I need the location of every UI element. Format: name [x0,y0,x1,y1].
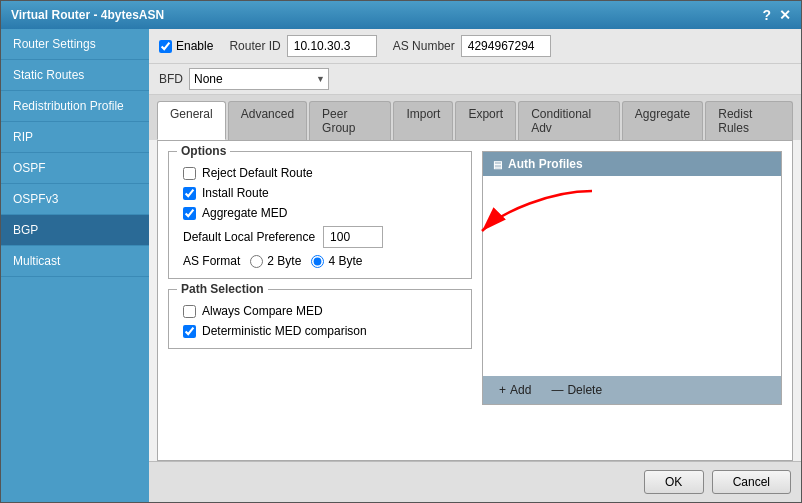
close-icon[interactable]: ✕ [779,7,791,23]
window: Virtual Router - 4bytesASN ? ✕ Router Se… [0,0,802,503]
bfd-select-wrapper: None [189,68,329,90]
aggregate-med-text: Aggregate MED [202,206,287,220]
tab-aggregate[interactable]: Aggregate [622,101,703,140]
bfd-select[interactable]: None [189,68,329,90]
deterministic-med-checkbox[interactable] [183,325,196,338]
tab-export[interactable]: Export [455,101,516,140]
router-id-group: Router ID [229,35,376,57]
router-id-input[interactable] [287,35,377,57]
help-icon[interactable]: ? [762,7,771,23]
add-label: Add [510,383,531,397]
tab-redist-rules[interactable]: Redist Rules [705,101,793,140]
install-route-text: Install Route [202,186,269,200]
as-format-4byte-label[interactable]: 4 Byte [311,254,362,268]
default-local-pref-row: Default Local Preference [179,226,461,248]
as-number-group: AS Number [393,35,551,57]
auth-profiles-title: Auth Profiles [508,157,583,171]
main-area: Router Settings Static Routes Redistribu… [1,29,801,502]
always-compare-med-text: Always Compare MED [202,304,323,318]
sidebar-item-bgp[interactable]: BGP [1,215,149,246]
install-route-row: Install Route [179,186,461,200]
delete-label: Delete [567,383,602,397]
install-route-label[interactable]: Install Route [183,186,269,200]
as-format-4byte-radio[interactable] [311,255,324,268]
sidebar-item-router-settings[interactable]: Router Settings [1,29,149,60]
auth-profiles-header: ▤ Auth Profiles [483,152,781,176]
auth-profiles-container: ▤ Auth Profiles + Add — Delete [482,151,782,450]
sidebar-item-static-routes[interactable]: Static Routes [1,60,149,91]
ok-button[interactable]: OK [644,470,704,494]
default-local-pref-input[interactable] [323,226,383,248]
auth-profiles-icon: ▤ [493,159,502,170]
tab-content-general: Options Reject Default Route Install Rou… [157,140,793,461]
add-icon: + [499,383,506,397]
as-number-input[interactable] [461,35,551,57]
always-compare-med-checkbox[interactable] [183,305,196,318]
reject-default-route-text: Reject Default Route [202,166,313,180]
deterministic-med-label[interactable]: Deterministic MED comparison [183,324,367,338]
always-compare-med-label[interactable]: Always Compare MED [183,304,323,318]
reject-default-route-checkbox[interactable] [183,167,196,180]
auth-profiles-content [483,176,781,376]
options-panel: Options Reject Default Route Install Rou… [168,151,472,450]
tab-import[interactable]: Import [393,101,453,140]
bfd-label: BFD [159,72,183,86]
aggregate-med-checkbox[interactable] [183,207,196,220]
content-area: Enable Router ID AS Number BFD None [149,29,801,502]
always-compare-med-row: Always Compare MED [179,304,461,318]
tab-peer-group[interactable]: Peer Group [309,101,391,140]
bfd-row: BFD None [149,64,801,95]
tab-general[interactable]: General [157,101,226,140]
enable-label: Enable [176,39,213,53]
as-format-2byte-radio[interactable] [250,255,263,268]
sidebar-item-multicast[interactable]: Multicast [1,246,149,277]
sidebar: Router Settings Static Routes Redistribu… [1,29,149,502]
path-selection-title: Path Selection [177,282,268,296]
deterministic-med-text: Deterministic MED comparison [202,324,367,338]
reject-default-route-label[interactable]: Reject Default Route [183,166,313,180]
as-format-4byte-text: 4 Byte [328,254,362,268]
tab-bar: General Advanced Peer Group Import Expor… [149,95,801,140]
router-id-label: Router ID [229,39,280,53]
window-title: Virtual Router - 4bytesASN [11,8,164,22]
sidebar-item-ospfv3[interactable]: OSPFv3 [1,184,149,215]
path-selection-section: Path Selection Always Compare MED Determ… [168,289,472,349]
as-format-2byte-text: 2 Byte [267,254,301,268]
auth-profiles-footer: + Add — Delete [483,376,781,404]
enable-checkbox[interactable] [159,40,172,53]
tab-conditional-adv[interactable]: Conditional Adv [518,101,620,140]
as-format-row: AS Format 2 Byte 4 Byte [179,254,461,268]
sidebar-item-redistribution-profile[interactable]: Redistribution Profile [1,91,149,122]
reject-default-route-row: Reject Default Route [179,166,461,180]
sidebar-item-rip[interactable]: RIP [1,122,149,153]
sidebar-item-ospf[interactable]: OSPF [1,153,149,184]
top-bar: Enable Router ID AS Number [149,29,801,64]
auth-profiles-panel: ▤ Auth Profiles + Add — Delete [482,151,782,405]
aggregate-med-label[interactable]: Aggregate MED [183,206,287,220]
delete-button[interactable]: — Delete [545,381,608,399]
enable-checkbox-label[interactable]: Enable [159,39,213,53]
cancel-button[interactable]: Cancel [712,470,791,494]
deterministic-med-row: Deterministic MED comparison [179,324,461,338]
options-section-title: Options [177,144,230,158]
aggregate-med-row: Aggregate MED [179,206,461,220]
as-format-label: AS Format [183,254,240,268]
default-local-pref-label: Default Local Preference [183,230,315,244]
title-bar-icons: ? ✕ [762,7,791,23]
bottom-bar: OK Cancel [149,461,801,502]
options-section: Options Reject Default Route Install Rou… [168,151,472,279]
add-button[interactable]: + Add [493,381,537,399]
title-bar: Virtual Router - 4bytesASN ? ✕ [1,1,801,29]
tab-advanced[interactable]: Advanced [228,101,307,140]
install-route-checkbox[interactable] [183,187,196,200]
as-number-label: AS Number [393,39,455,53]
as-format-2byte-label[interactable]: 2 Byte [250,254,301,268]
delete-icon: — [551,383,563,397]
